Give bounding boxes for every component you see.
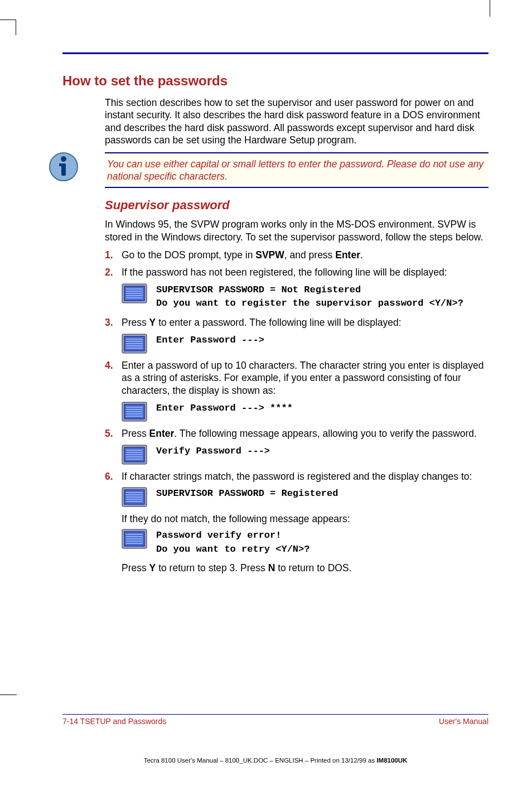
monitor-icon (122, 402, 147, 422)
monitor-icon (122, 283, 147, 303)
step-1: 1. Go to the DOS prompt, type in SVPW, a… (105, 249, 489, 262)
steps-list-cont: 6. If character strings match, the passw… (105, 470, 489, 483)
monitor-icon (122, 334, 147, 354)
step-4: 4. Enter a password of up to 10 characte… (105, 359, 489, 397)
keyword: Y (149, 317, 156, 328)
step-3: 3. Press Y to enter a password. The foll… (105, 316, 489, 329)
keyword: Y (149, 562, 156, 573)
crop-mark (0, 20, 16, 20)
text: , and press (284, 249, 335, 261)
page-content: How to set the passwords This section de… (62, 28, 489, 741)
steps-list-cont: 5. Press Enter. The following message ap… (105, 427, 489, 440)
monitor-icon (122, 529, 147, 549)
svg-point-1 (61, 156, 66, 162)
crop-mark (16, 20, 16, 35)
text: Press (122, 428, 149, 439)
text: to enter a password. The following line … (156, 317, 401, 328)
step-number: 5. (105, 427, 122, 440)
step-text: Enter a password of up to 10 characters.… (122, 359, 489, 397)
screen-text: Password verify error! Do you want to re… (156, 529, 309, 556)
footer-rule (62, 714, 489, 715)
svg-rect-3 (59, 163, 65, 166)
step-number: 3. (105, 316, 122, 329)
text: . The following message appears, allowin… (174, 428, 476, 439)
screen-output: SUPERVISOR PASSWORD = Not Registered Do … (122, 283, 489, 311)
note-row: You can use either capital or small lett… (49, 152, 489, 189)
crop-mark (490, 0, 490, 17)
step-text: Press Enter. The following message appea… (122, 427, 489, 440)
steps-list: 1. Go to the DOS prompt, type in SVPW, a… (105, 249, 489, 279)
keyword: Enter (335, 249, 360, 261)
subsection-heading: Supervisor password (105, 198, 489, 213)
screen-text: Enter Password ---> (156, 334, 264, 348)
keyword: N (268, 562, 275, 573)
screen-output: Verify Password ---> (122, 445, 489, 465)
note-callout: You can use either capital or small lett… (105, 152, 489, 189)
screen-text: Enter Password ---> **** (156, 402, 293, 416)
steps-list-cont: 3. Press Y to enter a password. The foll… (105, 316, 489, 329)
step-text: If the password has not been registered,… (122, 266, 489, 279)
crop-mark (0, 695, 17, 695)
step-number: 6. (105, 470, 122, 483)
text: to return to step 3. Press (156, 562, 268, 573)
intro-paragraph: This section describes how to set the su… (105, 97, 489, 147)
info-icon (49, 152, 78, 181)
header-rule (62, 52, 489, 54)
page-footer: 7-14 TSETUP and Passwords User's Manual (62, 717, 489, 726)
keyword: Enter (149, 428, 175, 439)
step-text: Press Y to enter a password. The followi… (122, 316, 489, 329)
step-text: Go to the DOS prompt, type in SVPW, and … (122, 249, 489, 262)
footer-left: 7-14 TSETUP and Passwords (62, 717, 166, 726)
monitor-icon (122, 445, 147, 465)
screen-text: SUPERVISOR PASSWORD = Registered (156, 487, 338, 501)
step-6: 6. If character strings match, the passw… (105, 470, 489, 483)
text: . (360, 249, 363, 261)
section-heading: How to set the passwords (62, 73, 489, 89)
screen-text: Verify Password ---> (156, 445, 270, 459)
imprint-text: Tecra 8100 User's Manual – 8100_UK.DOC –… (144, 757, 377, 764)
screen-output: Enter Password ---> (122, 334, 489, 354)
step-5: 5. Press Enter. The following message ap… (105, 427, 489, 440)
step-text: If character strings match, the password… (122, 470, 489, 483)
imprint-code: IM8100UK (376, 757, 407, 764)
step-number: 4. (105, 359, 122, 372)
step-number: 1. (105, 249, 122, 262)
screen-output: SUPERVISOR PASSWORD = Registered (122, 487, 489, 507)
text: Press (122, 562, 149, 573)
step-2: 2. If the password has not been register… (105, 266, 489, 279)
step-continuation: Press Y to return to step 3. Press N to … (122, 562, 489, 575)
keyword: SVPW (255, 249, 284, 261)
imprint-line: Tecra 8100 User's Manual – 8100_UK.DOC –… (62, 757, 489, 764)
sub-intro-paragraph: In Windows 95, the SVPW program works on… (105, 218, 489, 243)
screen-output: Enter Password ---> **** (122, 402, 489, 422)
text: to return to DOS. (275, 562, 351, 573)
text: Press (122, 317, 149, 328)
screen-text: SUPERVISOR PASSWORD = Not Registered Do … (156, 283, 463, 311)
footer-right: User's Manual (439, 717, 489, 726)
screen-output: Password verify error! Do you want to re… (122, 529, 489, 556)
step-number: 2. (105, 266, 122, 279)
monitor-icon (122, 487, 147, 507)
content-area: This section describes how to set the su… (105, 97, 489, 575)
text: Go to the DOS prompt, type in (122, 249, 255, 261)
steps-list-cont: 4. Enter a password of up to 10 characte… (105, 359, 489, 397)
step-continuation: If they do not match, the following mess… (122, 513, 489, 525)
